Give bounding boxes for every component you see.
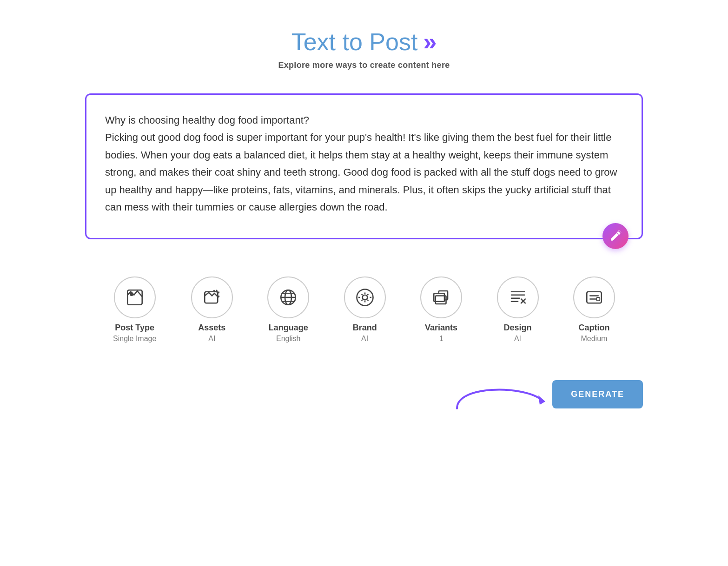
language-sub: English: [276, 335, 300, 343]
bottom-row: GENERATE: [85, 380, 643, 408]
design-sub: AI: [514, 335, 521, 343]
svg-point-3: [130, 293, 132, 296]
language-label: Language: [269, 323, 308, 333]
brand-label: Brand: [353, 323, 377, 333]
design-label: Design: [503, 323, 531, 333]
caption-sub: Medium: [581, 335, 607, 343]
assets-icon: [191, 276, 233, 318]
caption-label: Caption: [578, 323, 609, 333]
page-title: Text to Post »: [278, 28, 450, 56]
post-type-sub: Single Image: [113, 335, 156, 343]
text-input-area[interactable]: Why is choosing healthy dog food importa…: [85, 93, 643, 239]
svg-rect-20: [596, 297, 600, 301]
svg-rect-4: [205, 292, 218, 303]
control-design[interactable]: Design AI: [497, 276, 539, 343]
control-assets[interactable]: Assets AI: [191, 276, 233, 343]
design-icon: [497, 276, 539, 318]
assets-sub: AI: [208, 335, 215, 343]
control-brand[interactable]: Brand AI: [344, 276, 386, 343]
chevron-icon: »: [423, 28, 437, 56]
title-text: Text to Post: [291, 28, 418, 56]
edit-button[interactable]: ✦: [602, 223, 629, 249]
page-header: Text to Post » Explore more ways to crea…: [278, 28, 450, 70]
variants-icon: [420, 276, 462, 318]
text-content: Why is choosing healthy dog food importa…: [105, 112, 623, 216]
variants-label: Variants: [425, 323, 457, 333]
control-post-type[interactable]: Post Type Single Image: [113, 276, 156, 343]
variants-sub: 1: [439, 335, 443, 343]
control-language[interactable]: Language English: [267, 276, 309, 343]
post-type-label: Post Type: [115, 323, 154, 333]
caption-icon: [573, 276, 615, 318]
generate-button[interactable]: GENERATE: [552, 380, 643, 408]
controls-row: Post Type Single Image Assets AI: [85, 267, 643, 352]
brand-sub: AI: [361, 335, 368, 343]
post-type-icon: [114, 276, 156, 318]
svg-point-10: [362, 295, 367, 300]
page-subtitle: Explore more ways to create content here: [278, 60, 450, 70]
language-icon: [267, 276, 309, 318]
brand-icon: [344, 276, 386, 318]
control-caption[interactable]: Caption Medium: [573, 276, 615, 343]
assets-label: Assets: [198, 323, 225, 333]
arrow-curve: [448, 376, 550, 413]
control-variants[interactable]: Variants 1: [420, 276, 462, 343]
svg-marker-21: [538, 395, 545, 405]
